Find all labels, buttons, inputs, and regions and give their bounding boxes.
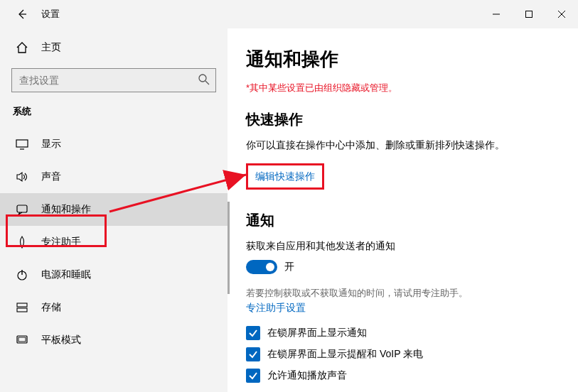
sidebar-item-label: 存储 <box>41 301 61 314</box>
scrollbar[interactable] <box>228 202 230 294</box>
tablet-icon <box>16 334 28 347</box>
maximize-button[interactable] <box>513 3 545 26</box>
main-content: 通知和操作 *其中某些设置已由组织隐藏或管理。 快速操作 你可以直接在操作中心中… <box>228 28 578 392</box>
focus-note: 若要控制获取或不获取通知的时间，请试用专注助手。 <box>246 287 557 300</box>
svg-point-5 <box>199 75 206 82</box>
back-icon[interactable] <box>16 8 28 21</box>
check-label: 在锁屏界面上显示提醒和 VoIP 来电 <box>267 348 423 361</box>
sidebar-item-focus-assist[interactable]: 专注助手 <box>0 226 228 258</box>
sidebar-item-label: 通知和操作 <box>41 203 91 216</box>
checkbox-checked-icon <box>246 347 260 361</box>
toggle-state-label: 开 <box>284 261 294 273</box>
sidebar-item-label: 平板模式 <box>41 334 81 347</box>
sidebar-item-notifications[interactable]: 通知和操作 <box>0 193 228 226</box>
svg-rect-13 <box>17 308 27 312</box>
sidebar-item-label: 显示 <box>41 138 61 151</box>
minimize-button[interactable] <box>480 3 513 26</box>
titlebar: 设置 <box>0 0 578 28</box>
window-title: 设置 <box>41 8 60 21</box>
svg-rect-2 <box>526 11 532 18</box>
quick-actions-desc: 你可以直接在操作中心中添加、删除或重新排列快速操作。 <box>246 139 557 152</box>
sidebar-home-label: 主页 <box>41 41 61 54</box>
sidebar-section-label: 系统 <box>0 105 228 128</box>
sidebar: 主页 系统 显示 声音 <box>0 28 228 392</box>
page-title: 通知和操作 <box>246 47 557 72</box>
svg-rect-7 <box>16 140 28 147</box>
quick-actions-heading: 快速操作 <box>246 110 557 129</box>
check-row-lockscreen-voip[interactable]: 在锁屏界面上显示提醒和 VoIP 来电 <box>246 347 557 361</box>
notifications-heading: 通知 <box>246 211 557 230</box>
notifications-toggle[interactable] <box>246 260 277 274</box>
toggle-knob <box>266 263 274 271</box>
notifications-icon <box>16 203 28 216</box>
svg-line-6 <box>205 81 209 85</box>
check-label: 在锁屏界面上显示通知 <box>267 327 367 339</box>
sound-icon <box>16 170 28 183</box>
svg-rect-15 <box>18 337 26 342</box>
sidebar-item-label: 电源和睡眠 <box>41 268 91 281</box>
sidebar-home[interactable]: 主页 <box>0 34 228 61</box>
sidebar-item-tablet-mode[interactable]: 平板模式 <box>0 324 228 356</box>
notifications-sub-label: 获取来自应用和其他发送者的通知 <box>246 240 557 253</box>
checkbox-checked-icon <box>246 369 260 383</box>
home-icon <box>16 41 28 54</box>
edit-quick-actions-link[interactable]: 编辑快速操作 <box>255 170 315 183</box>
svg-rect-12 <box>17 303 27 307</box>
checkbox-checked-icon <box>246 326 260 340</box>
check-row-sound[interactable]: 允许通知播放声音 <box>246 369 557 383</box>
power-icon <box>16 268 28 281</box>
sidebar-item-label: 专注助手 <box>41 236 81 249</box>
display-icon <box>16 138 28 151</box>
close-button[interactable] <box>545 3 578 26</box>
check-label: 允许通知播放声音 <box>267 369 347 382</box>
focus-assist-settings-link[interactable]: 专注助手设置 <box>246 302 306 315</box>
svg-rect-9 <box>17 205 27 212</box>
policy-warning: *其中某些设置已由组织隐藏或管理。 <box>246 82 557 94</box>
search-icon[interactable] <box>198 73 210 89</box>
sidebar-item-display[interactable]: 显示 <box>0 128 228 160</box>
sidebar-item-power-sleep[interactable]: 电源和睡眠 <box>0 258 228 291</box>
search-input[interactable] <box>11 68 216 92</box>
sidebar-item-storage[interactable]: 存储 <box>0 291 228 324</box>
focus-assist-icon <box>16 236 28 249</box>
sidebar-item-label: 声音 <box>41 170 61 183</box>
check-row-lockscreen-notify[interactable]: 在锁屏界面上显示通知 <box>246 326 557 340</box>
sidebar-item-sound[interactable]: 声音 <box>0 160 228 193</box>
annotation-highlight-link: 编辑快速操作 <box>246 163 324 190</box>
storage-icon <box>16 301 28 314</box>
